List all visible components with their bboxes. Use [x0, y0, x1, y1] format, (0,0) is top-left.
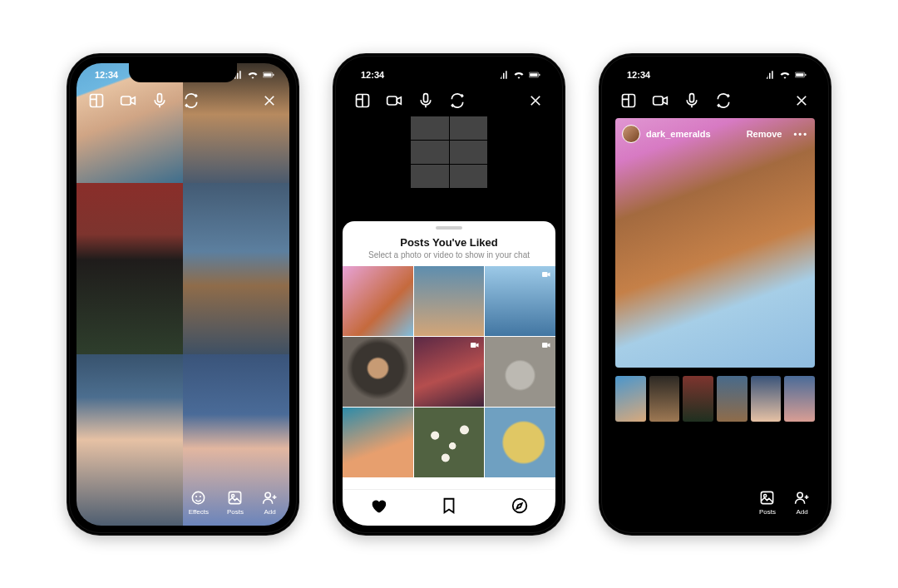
bottom-action-bar: Effects Posts Add [76, 490, 289, 519]
participant-tile[interactable] [183, 183, 289, 354]
participant-thumb[interactable] [751, 376, 782, 422]
participant-thumb[interactable] [717, 376, 748, 422]
mini-participant [411, 141, 449, 164]
close-icon[interactable] [527, 92, 544, 109]
notch [661, 63, 769, 82]
participant-thumb[interactable] [615, 376, 646, 422]
svg-rect-24 [805, 73, 806, 75]
screen-1: 12:34 [76, 63, 289, 526]
liked-tab[interactable] [369, 497, 387, 518]
participant-thumb[interactable] [784, 376, 815, 422]
mic-icon[interactable] [417, 92, 434, 109]
liked-posts-grid [343, 266, 555, 489]
avatar [622, 125, 640, 143]
mic-icon[interactable] [151, 92, 168, 109]
effects-label: Effects [189, 508, 209, 516]
camera-icon[interactable] [652, 92, 669, 109]
svg-rect-23 [796, 73, 803, 77]
video-badge-icon [540, 340, 552, 350]
video-badge-icon [469, 340, 481, 350]
mic-icon[interactable] [683, 92, 700, 109]
svg-rect-16 [387, 96, 397, 105]
svg-rect-13 [530, 73, 537, 77]
phone-mockup-2: 12:34 [333, 53, 565, 536]
notch [129, 63, 237, 82]
posts-button[interactable]: Posts [227, 490, 244, 516]
flip-camera-icon[interactable] [183, 92, 200, 109]
close-icon[interactable] [261, 92, 278, 109]
close-icon[interactable] [793, 92, 810, 109]
layout-icon[interactable] [354, 92, 371, 109]
phone-mockup-3: 12:34 dark_emeralds [599, 53, 831, 536]
more-icon[interactable]: ••• [793, 129, 808, 139]
add-button[interactable]: Add [794, 490, 810, 516]
status-icons [763, 71, 807, 79]
minimized-call-grid[interactable] [411, 116, 487, 188]
svg-rect-2 [273, 73, 274, 75]
post-thumbnail[interactable] [485, 408, 555, 477]
participant-thumb[interactable] [683, 376, 713, 422]
posts-label: Posts [759, 508, 776, 516]
remove-button[interactable]: Remove [747, 129, 782, 139]
username-label: dark_emeralds [646, 129, 711, 139]
status-time: 12:34 [361, 70, 384, 80]
post-thumbnail[interactable] [343, 337, 413, 407]
flip-camera-icon[interactable] [449, 92, 466, 109]
flip-camera-icon[interactable] [715, 92, 732, 109]
participant-tile[interactable] [76, 183, 183, 354]
posts-button[interactable]: Posts [759, 490, 776, 516]
saved-tab[interactable] [440, 497, 458, 518]
mini-participant [450, 165, 488, 188]
shared-post[interactable]: dark_emeralds Remove ••• [615, 118, 815, 368]
post-author[interactable]: dark_emeralds [622, 125, 711, 143]
shared-post-header: dark_emeralds Remove ••• [622, 125, 808, 143]
svg-point-30 [797, 492, 802, 497]
camera-icon[interactable] [386, 92, 402, 109]
svg-rect-1 [264, 73, 271, 77]
mini-participant [450, 116, 488, 140]
participant-thumb[interactable] [649, 376, 680, 422]
layout-icon[interactable] [88, 92, 105, 109]
posts-label: Posts [227, 508, 244, 516]
svg-point-21 [513, 499, 527, 513]
mini-participant [450, 141, 488, 164]
post-thumbnail[interactable] [414, 337, 485, 407]
svg-rect-26 [654, 96, 664, 105]
posts-sheet: Posts You've Liked Select a photo or vid… [343, 221, 555, 526]
call-toolbar [343, 86, 555, 115]
layout-icon[interactable] [620, 92, 637, 109]
svg-rect-5 [158, 93, 162, 101]
status-time: 12:34 [627, 70, 650, 80]
call-toolbar [609, 86, 822, 115]
status-icons [231, 71, 274, 79]
post-thumbnail[interactable] [485, 266, 555, 336]
sheet-handle[interactable] [436, 226, 462, 230]
effects-button[interactable]: Effects [189, 490, 209, 516]
svg-rect-18 [542, 272, 548, 277]
sheet-subtitle: Select a photo or video to show in your … [343, 250, 555, 259]
content-area: dark_emeralds Remove ••• [609, 115, 822, 526]
participant-thumb-row [615, 376, 815, 422]
svg-point-29 [764, 494, 767, 497]
svg-point-11 [265, 492, 270, 497]
svg-rect-17 [424, 93, 428, 101]
video-badge-icon [540, 269, 552, 279]
camera-icon[interactable] [120, 92, 136, 109]
svg-rect-20 [542, 343, 548, 348]
explore-tab[interactable] [511, 497, 529, 518]
post-thumbnail [414, 408, 485, 477]
status-icons [497, 71, 540, 79]
post-thumbnail[interactable] [414, 266, 485, 336]
post-thumbnail[interactable] [485, 337, 555, 407]
svg-point-8 [200, 495, 201, 497]
svg-rect-9 [229, 492, 241, 503]
svg-rect-19 [471, 343, 476, 348]
add-label: Add [264, 508, 275, 516]
add-button[interactable]: Add [262, 490, 278, 516]
status-time: 12:34 [95, 70, 118, 80]
mini-participant [411, 116, 449, 140]
post-thumbnail[interactable] [343, 408, 413, 477]
post-thumbnail[interactable] [343, 266, 413, 336]
svg-rect-14 [539, 73, 540, 75]
screen-2: 12:34 [343, 63, 555, 526]
